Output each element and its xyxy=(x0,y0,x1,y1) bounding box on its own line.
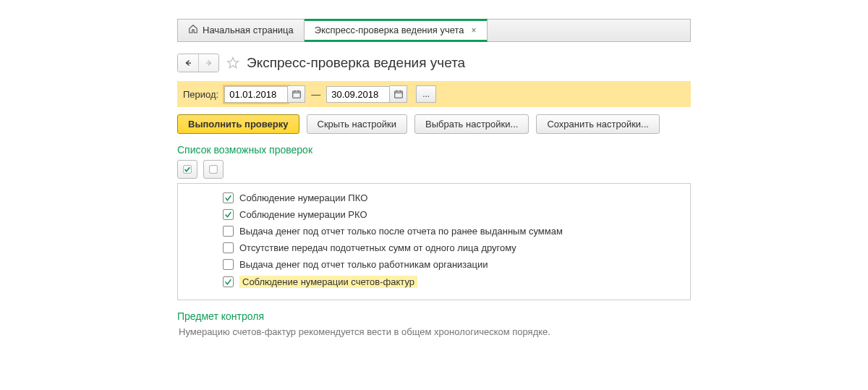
date-from-input[interactable] xyxy=(224,86,288,103)
check-label: Соблюдение нумерации РКО xyxy=(239,209,367,220)
subject-text: Нумерацию счетов-фактур рекомендуется ве… xyxy=(177,326,691,337)
svg-rect-5 xyxy=(394,91,402,98)
button-row: Выполнить проверку Скрыть настройки Выбр… xyxy=(177,114,691,134)
check-toolbar xyxy=(177,160,691,179)
check-checkbox[interactable] xyxy=(223,276,234,287)
period-bar: Период: — ... xyxy=(177,81,691,107)
check-checkbox[interactable] xyxy=(223,259,234,270)
home-icon xyxy=(188,24,198,36)
svg-marker-0 xyxy=(228,58,239,68)
tab-bar: Начальная страница Экспресс-проверка вед… xyxy=(177,19,691,42)
close-icon[interactable]: × xyxy=(472,25,477,35)
nav-buttons xyxy=(177,54,219,72)
tab-home[interactable]: Начальная страница xyxy=(178,20,305,41)
period-label: Период: xyxy=(183,89,218,100)
check-label: Выдача денег под отчет только работникам… xyxy=(239,259,488,270)
date-from-calendar-button[interactable] xyxy=(288,85,305,103)
checks-list-heading: Список возможных проверок xyxy=(177,144,691,156)
checks-list: Соблюдение нумерации ПКОСоблюдение нумер… xyxy=(177,183,691,300)
check-row: Выдача денег под отчет только работникам… xyxy=(187,256,681,273)
select-all-button[interactable] xyxy=(177,160,197,179)
tab-active-label: Экспресс-проверка ведения учета xyxy=(315,25,464,35)
check-checkbox[interactable] xyxy=(223,226,234,237)
forward-button[interactable] xyxy=(198,54,218,72)
date-to-calendar-button[interactable] xyxy=(390,85,407,103)
check-row: Отсутствие передач подотчетных сумм от о… xyxy=(187,239,681,256)
period-more-button[interactable]: ... xyxy=(416,85,436,103)
header-row: Экспресс-проверка ведения учета xyxy=(177,54,691,72)
tab-home-label: Начальная страница xyxy=(203,25,294,35)
favorite-star-icon[interactable] xyxy=(225,55,241,71)
back-button[interactable] xyxy=(178,54,198,72)
check-row: Соблюдение нумерации РКО xyxy=(187,206,681,223)
deselect-all-button[interactable] xyxy=(203,160,224,179)
svg-rect-1 xyxy=(292,91,300,98)
hide-settings-button[interactable]: Скрыть настройки xyxy=(307,114,408,134)
date-from-wrap xyxy=(224,85,305,103)
check-label: Отсутствие передач подотчетных сумм от о… xyxy=(239,242,516,253)
date-to-wrap xyxy=(326,85,407,103)
choose-settings-button[interactable]: Выбрать настройки... xyxy=(414,114,529,134)
svg-rect-10 xyxy=(210,166,218,174)
run-check-button[interactable]: Выполнить проверку xyxy=(177,114,299,134)
check-checkbox[interactable] xyxy=(223,192,234,203)
check-label: Выдача денег под отчет только после отче… xyxy=(239,226,563,237)
check-row: Соблюдение нумерации счетов-фактур xyxy=(187,273,681,291)
period-dash: — xyxy=(311,89,320,100)
save-settings-button[interactable]: Сохранить настройки... xyxy=(536,114,660,134)
check-checkbox[interactable] xyxy=(223,209,234,220)
date-to-input[interactable] xyxy=(326,86,390,103)
check-row: Соблюдение нумерации ПКО xyxy=(187,190,681,206)
subject-heading: Предмет контроля xyxy=(177,310,691,322)
tab-express-check[interactable]: Экспресс-проверка ведения учета × xyxy=(305,19,488,42)
check-checkbox[interactable] xyxy=(223,242,234,253)
page-title: Экспресс-проверка ведения учета xyxy=(247,55,465,71)
check-row: Выдача денег под отчет только после отче… xyxy=(187,223,681,239)
check-label: Соблюдение нумерации счетов-фактур xyxy=(239,276,417,288)
check-label: Соблюдение нумерации ПКО xyxy=(239,192,367,203)
